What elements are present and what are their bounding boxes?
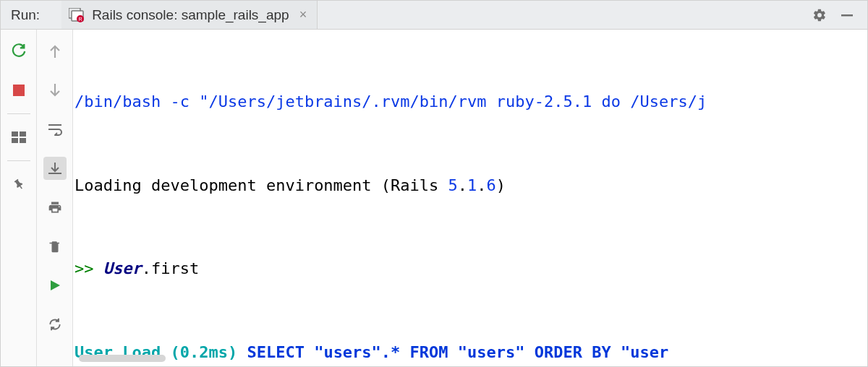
separator [7,113,30,114]
svg-rect-8 [12,138,18,143]
run-toolwindow-header: Run: R Rails console: sample_rails_app × [1,1,867,30]
minimize-icon[interactable] [838,7,856,24]
scroll-to-end-button[interactable] [43,157,67,180]
svg-text:R: R [79,17,82,22]
console-text: .first [142,259,199,277]
horizontal-scrollbar[interactable] [79,355,166,362]
console-text: User [103,259,142,277]
console-text: Loading development environment (Rails [75,176,448,194]
svg-rect-7 [20,131,26,137]
down-arrow-button[interactable] [43,79,67,102]
console-text: . [477,176,486,194]
console-text: 6 [487,176,496,194]
clear-all-button[interactable] [43,235,67,258]
layout-button[interactable] [7,126,30,149]
run-gutter-right [37,30,73,366]
run-label: Run: [11,7,40,23]
tab-close-button[interactable]: × [297,7,310,22]
run-gutter-left [1,30,37,366]
reload-button[interactable] [43,313,67,336]
svg-rect-9 [20,138,26,143]
rails-console-icon: R [69,8,85,22]
tab-title: Rails console: sample_rails_app [92,7,289,23]
run-button[interactable] [43,274,67,297]
svg-marker-15 [51,280,60,290]
console-text: . [458,176,467,194]
separator [7,160,30,161]
console-output[interactable]: /bin/bash -c "/Users/jetbrains/.rvm/bin/… [73,30,867,366]
prompt: >> [75,259,103,277]
print-button[interactable] [43,196,67,219]
run-tab[interactable]: R Rails console: sample_rails_app × [61,1,318,29]
svg-rect-5 [13,85,25,96]
console-text: 5 [448,176,458,194]
gear-icon[interactable] [811,7,828,24]
console-text: SELECT "users".* FROM "users" ORDER BY "… [247,343,668,361]
console-text: ) [496,176,506,194]
svg-rect-6 [12,131,18,137]
rerun-button[interactable] [7,40,30,63]
up-arrow-button[interactable] [43,40,67,63]
console-text: 1 [467,176,477,194]
pin-button[interactable] [7,173,30,196]
svg-rect-4 [841,14,853,17]
soft-wrap-button[interactable] [43,118,67,141]
console-text: /bin/bash -c "/Users/jetbrains/.rvm/bin/… [75,92,707,111]
stop-button[interactable] [7,79,30,102]
